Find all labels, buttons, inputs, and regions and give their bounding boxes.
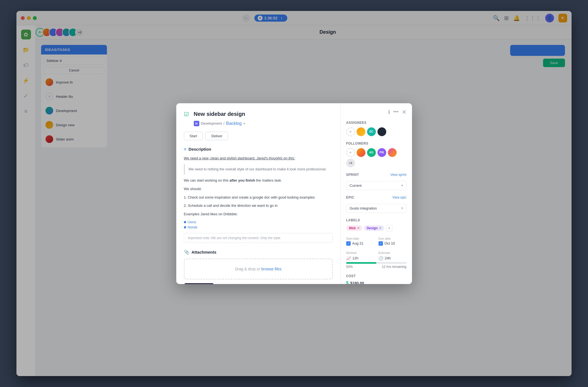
dates-section: Start date ✓ Aug 21 Due date ✓ Oct 10 — [346, 237, 407, 246]
follower-1 — [357, 148, 365, 157]
followers-count[interactable]: +8 — [346, 159, 355, 167]
start-date-label: Start date — [346, 237, 374, 240]
follower-ag: AG — [367, 148, 376, 157]
label-web: Web ✕ — [346, 225, 362, 231]
sprint-section: Sprint View sprint Current ▾ — [346, 173, 407, 190]
attachment-thumbnail: 🗑 IMG004120 — [184, 283, 214, 284]
cost-value: $ $180.00 — [346, 281, 407, 284]
browse-link[interactable]: browse files — [261, 267, 282, 271]
labels-row: Web ✕ Design ✕ + — [346, 225, 407, 231]
desc-list-1: 1. Check out some inspiration and create… — [184, 195, 333, 200]
city-skyline-image — [184, 283, 214, 284]
deliver-button[interactable]: Deliver — [206, 132, 228, 140]
attachments-title: 📎 Attachments — [184, 250, 333, 255]
assignees-label: Assignees — [346, 121, 407, 125]
assignee-dc: DC — [367, 127, 376, 136]
remove-web-label-btn[interactable]: ✕ — [357, 226, 360, 230]
dot-1 — [184, 221, 186, 223]
start-date-value: ✓ Aug 21 — [346, 241, 374, 246]
follower-pw: PW — [377, 148, 386, 157]
note-box: Important note: We are not changing the … — [184, 233, 333, 243]
sprint-label: Sprint — [346, 173, 359, 177]
estimate-label: Estimate — [379, 251, 407, 254]
drop-zone[interactable]: Drag & drop or browse files — [184, 259, 333, 279]
breadcrumb-chevron-icon[interactable]: ▾ — [243, 122, 245, 125]
desc-text-1: We need a new, clean and stylish dashboa… — [184, 156, 333, 161]
labels-label: Labels — [346, 218, 407, 222]
link-norde[interactable]: Norde — [188, 225, 197, 229]
attachment-icon: 📎 — [184, 250, 189, 255]
examples-label: Examples Jared likes on Dribbble: — [184, 211, 333, 217]
description-section: ≡ Description We need a new, clean and s… — [184, 147, 333, 243]
modal-title: New sidebar design — [194, 111, 245, 117]
description-icon: ≡ — [184, 147, 186, 152]
worked-value: 📈 12h — [346, 256, 374, 260]
worked-item: Worked 📈 12h — [346, 251, 374, 260]
due-date-value: ✓ Oct 10 — [379, 241, 407, 246]
desc-text-3: We should: — [184, 186, 333, 192]
clock-icon: 🕐 — [379, 256, 383, 260]
link-item-1: Ueno — [184, 220, 333, 224]
cost-label: Cost — [346, 274, 407, 278]
start-date-check-icon: ✓ — [346, 241, 351, 246]
attachments-section: 📎 Attachments Drag & drop or browse file… — [184, 250, 333, 284]
assignees-row: + DC — [346, 127, 407, 136]
progress-bar-wrap — [346, 262, 407, 264]
due-date-label: Due date — [379, 237, 407, 240]
epic-label: Epic — [346, 196, 354, 199]
task-modal: ☑ New sidebar design H Development / Bac… — [176, 103, 412, 284]
follower-4 — [388, 148, 397, 157]
due-date-check-icon: ✓ — [379, 241, 383, 246]
modal-overlay: ☑ New sidebar design H Development / Bac… — [16, 11, 572, 376]
more-options-btn[interactable]: ••• — [393, 109, 399, 115]
date-row: Start date ✓ Aug 21 Due date ✓ Oct 10 — [346, 237, 407, 246]
breadcrumb: H Development / Backlog ▾ — [184, 121, 333, 126]
followers-row: + AG PW +8 — [346, 148, 407, 167]
followers-label: Followers — [346, 142, 407, 145]
start-button[interactable]: Start — [184, 132, 203, 140]
add-follower-btn[interactable]: + — [346, 148, 355, 157]
view-sprint-link[interactable]: View sprint — [390, 173, 406, 177]
desc-list-2: 2. Schedule a call and decide the direct… — [184, 203, 333, 209]
sprint-select[interactable]: Current ▾ — [346, 181, 407, 190]
estimate-value: 🕐 24h — [379, 256, 407, 260]
epic-chevron-icon: ▾ — [401, 206, 403, 210]
modal-right-panel: ℹ ••• ✕ Assignees + DC Followers — [341, 103, 412, 284]
assignee-1 — [357, 127, 365, 136]
view-epic-link[interactable]: View epic — [392, 196, 406, 199]
epic-select[interactable]: Gusto integration ▾ — [346, 204, 407, 213]
info-btn[interactable]: ℹ — [388, 109, 390, 115]
assignees-section: Assignees + DC — [346, 121, 407, 136]
description-title: ≡ Description — [184, 147, 333, 152]
dot-2 — [184, 226, 186, 228]
dollar-icon: $ — [346, 281, 349, 284]
epic-row: Epic View epic — [346, 196, 407, 202]
breadcrumb-prefix: Development — [201, 121, 222, 125]
app-window: ← 1:36:52 i 🔍 ⊞ 🔔 ⋮⋮⋮ 👤 K ✿ 📁 🏷 ⚡ ✓ ≡ — [16, 11, 572, 376]
labels-section: Labels Web ✕ Design ✕ + — [346, 218, 407, 231]
add-assignee-btn[interactable]: + — [346, 127, 355, 136]
sprint-chevron-icon: ▾ — [401, 184, 403, 187]
chart-icon: 📈 — [346, 256, 351, 260]
link-ueno[interactable]: Ueno — [188, 220, 196, 224]
hours-row: Worked 📈 12h Estimate 🕐 24h — [346, 251, 407, 260]
label-design: Design ✕ — [364, 225, 384, 231]
breadcrumb-link[interactable]: Backlog — [226, 121, 242, 126]
close-modal-btn[interactable]: ✕ — [402, 109, 407, 115]
progress-row: 50% 12 hrs remaining — [346, 265, 407, 269]
breadcrumb-separator: / — [223, 121, 225, 125]
task-complete-icon: ☑ — [184, 111, 191, 117]
link-item-2: Norde — [184, 225, 333, 229]
action-buttons: Start Deliver — [184, 132, 333, 140]
right-header: ℹ ••• ✕ — [346, 109, 407, 115]
due-date-item: Due date ✓ Oct 10 — [379, 237, 407, 246]
desc-text-2: We can start working on this after you f… — [184, 178, 333, 184]
modal-title-row: ☑ New sidebar design — [184, 111, 333, 117]
estimate-item: Estimate 🕐 24h — [379, 251, 407, 260]
epic-section: Epic View epic Gusto integration ▾ — [346, 196, 407, 213]
cost-section: Cost $ $180.00 — [346, 274, 407, 284]
remove-design-label-btn[interactable]: ✕ — [379, 226, 382, 230]
hours-section: Worked 📈 12h Estimate 🕐 24h — [346, 251, 407, 269]
add-label-btn[interactable]: + — [386, 225, 393, 231]
assignee-3 — [377, 127, 386, 136]
